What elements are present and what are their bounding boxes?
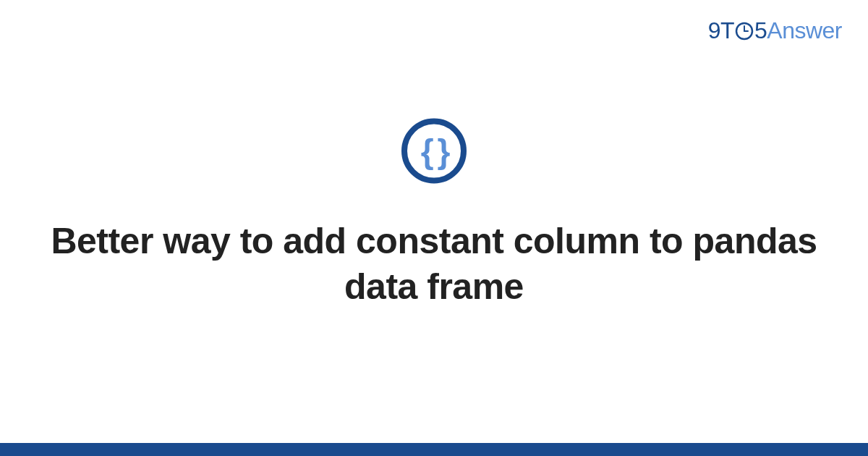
clock-icon bbox=[735, 22, 754, 41]
site-logo: 9T5Answer bbox=[708, 17, 842, 44]
category-icon-circle: { } bbox=[401, 119, 467, 184]
footer-bar bbox=[0, 443, 868, 456]
main-content: { } Better way to add constant column to… bbox=[0, 119, 868, 309]
page-title: Better way to add constant column to pan… bbox=[51, 219, 817, 309]
logo-middle: 5 bbox=[754, 17, 767, 43]
code-braces-icon: { } bbox=[421, 135, 448, 168]
logo-prefix: 9T bbox=[708, 17, 734, 43]
logo-suffix: Answer bbox=[767, 17, 842, 43]
